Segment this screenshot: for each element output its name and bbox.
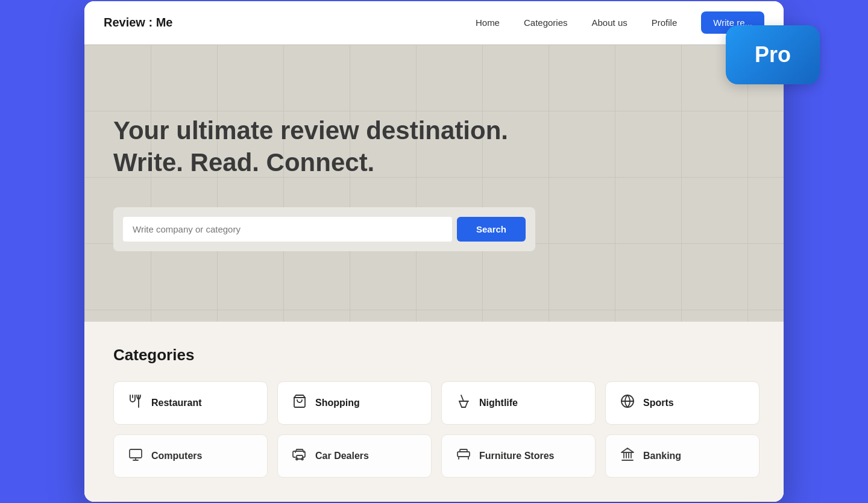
- svg-marker-16: [621, 448, 634, 452]
- category-label-restaurant: Restaurant: [151, 398, 202, 408]
- pro-badge-label: Pro: [755, 42, 791, 67]
- hero-section: Your ultimate review destination. Write.…: [84, 45, 784, 322]
- nav-links: Home Categories About us Profile Write r…: [476, 11, 764, 34]
- outer-wrapper: Pro Review : Me Home Categories About us…: [84, 1, 784, 502]
- search-button[interactable]: Search: [457, 217, 526, 242]
- category-card-computers[interactable]: Computers: [113, 434, 268, 478]
- sports-icon: [620, 394, 635, 412]
- category-card-restaurant[interactable]: Restaurant: [113, 381, 268, 425]
- category-card-furniture[interactable]: Furniture Stores: [441, 434, 596, 478]
- svg-rect-4: [130, 449, 142, 458]
- categories-grid: Restaurant Shopping: [113, 381, 760, 478]
- nightlife-icon: [456, 394, 471, 412]
- banking-icon: [620, 447, 635, 465]
- car-dealers-icon: [292, 447, 307, 465]
- furniture-icon: [456, 447, 471, 465]
- svg-rect-10: [458, 452, 470, 457]
- navbar: Review : Me Home Categories About us Pro…: [84, 1, 784, 45]
- category-card-sports[interactable]: Sports: [605, 381, 760, 425]
- search-box: Search: [113, 207, 535, 251]
- category-card-banking[interactable]: Banking: [605, 434, 760, 478]
- app-container: Review : Me Home Categories About us Pro…: [84, 1, 784, 502]
- search-input[interactable]: [123, 217, 452, 242]
- shopping-icon: [292, 394, 307, 412]
- nav-link-home[interactable]: Home: [476, 17, 500, 28]
- category-label-furniture: Furniture Stores: [479, 451, 554, 461]
- pro-badge: Pro: [726, 25, 820, 84]
- categories-section: Categories Restaurant: [84, 322, 784, 502]
- category-card-car-dealers[interactable]: Car Dealers: [277, 434, 432, 478]
- category-card-nightlife[interactable]: Nightlife: [441, 381, 596, 425]
- nav-link-categories[interactable]: Categories: [524, 17, 568, 28]
- nav-logo: Review : Me: [104, 16, 172, 30]
- categories-title: Categories: [113, 346, 760, 364]
- hero-title-line1: Your ultimate review destination.: [113, 116, 508, 145]
- hero-title-line2: Write. Read. Connect.: [113, 148, 374, 177]
- hero-title: Your ultimate review destination. Write.…: [113, 115, 535, 178]
- nav-link-profile[interactable]: Profile: [652, 17, 678, 28]
- restaurant-icon: [128, 394, 143, 412]
- category-label-banking: Banking: [643, 451, 681, 461]
- category-label-sports: Sports: [643, 398, 674, 408]
- nav-link-about[interactable]: About us: [592, 17, 627, 28]
- category-label-computers: Computers: [151, 451, 202, 461]
- category-label-car-dealers: Car Dealers: [315, 451, 369, 461]
- category-card-shopping[interactable]: Shopping: [277, 381, 432, 425]
- category-label-shopping: Shopping: [315, 398, 360, 408]
- category-label-nightlife: Nightlife: [479, 398, 518, 408]
- computers-icon: [128, 447, 143, 465]
